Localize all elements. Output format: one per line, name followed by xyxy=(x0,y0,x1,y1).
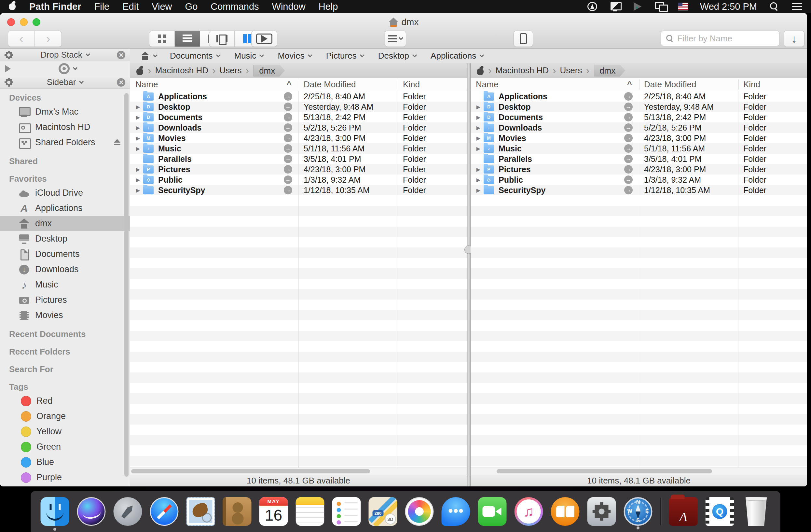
open-arrow-icon[interactable]: → xyxy=(624,103,633,111)
file-row-movies[interactable]: ▶ M Movies → 4/23/18, 3:00 PM Folder xyxy=(130,133,467,143)
open-arrow-icon[interactable]: → xyxy=(284,113,292,121)
file-row-parallels[interactable]: ▶ Parallels → 3/5/18, 4:01 PM Folder xyxy=(471,154,807,164)
sidebar-item-downloads[interactable]: Downloads xyxy=(0,262,130,277)
dock-finder[interactable] xyxy=(41,497,69,526)
sidebar-item-yellow[interactable]: Yellow xyxy=(0,424,130,439)
dock-photos[interactable] xyxy=(405,497,434,526)
dock-ibooks[interactable] xyxy=(551,497,580,526)
open-arrow-icon[interactable]: → xyxy=(284,186,292,194)
sidebar-item-applications[interactable]: Applications xyxy=(0,200,130,216)
breadcrumb-users[interactable]: Users xyxy=(560,65,582,76)
dock-itunes[interactable] xyxy=(515,497,543,526)
breadcrumb-dmx[interactable]: dmx xyxy=(594,65,625,77)
disclosure-triangle-icon[interactable]: ▶ xyxy=(474,166,483,172)
sidebar-item-icloud-drive[interactable]: iCloud Drive xyxy=(0,185,130,200)
menu-window[interactable]: Window xyxy=(272,1,306,12)
breadcrumb-dmx[interactable]: dmx xyxy=(254,65,285,77)
file-row-music[interactable]: ▶ ♪ Music → 5/1/18, 11:56 AM Folder xyxy=(130,143,467,154)
file-row-pictures[interactable]: ▶ P Pictures → 4/23/18, 3:00 PM Folder xyxy=(130,164,467,174)
folder-bar-pictures[interactable]: Pictures xyxy=(326,51,364,61)
dock-mail[interactable] xyxy=(186,497,215,526)
icon-view-button[interactable] xyxy=(149,31,175,47)
breadcrumb-macintosh-hd[interactable]: Macintosh HD xyxy=(155,65,208,76)
sidebar-item-desktop[interactable]: Desktop xyxy=(0,231,130,246)
disclosure-triangle-icon[interactable]: ▶ xyxy=(134,187,142,193)
play-icon[interactable] xyxy=(5,65,11,72)
column-header-name[interactable]: Name ^ xyxy=(130,79,299,90)
sidebar-item-macintosh-hd[interactable]: Macintosh HD xyxy=(0,120,130,135)
scrollbar-thumb[interactable] xyxy=(131,469,370,473)
disclosure-triangle-icon[interactable]: ▶ xyxy=(134,104,142,110)
file-row-securityspy[interactable]: ▶ SecuritySpy → 1/12/18, 10:35 AM Folder xyxy=(471,185,807,195)
coverflow-view-button[interactable] xyxy=(209,31,235,47)
folder-bar-documents[interactable]: Documents xyxy=(170,51,220,61)
dock-notes[interactable] xyxy=(296,497,324,526)
sidebar-item-red[interactable]: Red xyxy=(0,393,130,409)
disclosure-triangle-icon[interactable]: ▶ xyxy=(134,166,142,172)
sidebar-item-dmx-s-mac[interactable]: Dmx’s Mac xyxy=(0,104,130,120)
horizontal-scrollbar[interactable] xyxy=(471,468,807,475)
open-arrow-icon[interactable]: → xyxy=(624,155,633,163)
dock-acrobat[interactable] xyxy=(669,497,698,526)
drop-stack-zone[interactable] xyxy=(0,61,130,76)
apple-icon[interactable] xyxy=(136,66,144,75)
view-options-button[interactable] xyxy=(385,31,406,47)
disclosure-triangle-icon[interactable]: ▶ xyxy=(134,135,142,141)
app-menu-path-finder[interactable]: Path Finder xyxy=(29,1,81,12)
open-arrow-icon[interactable]: → xyxy=(284,155,292,163)
open-arrow-icon[interactable]: → xyxy=(624,165,633,173)
sidebar-item-movies[interactable]: Movies xyxy=(0,308,130,323)
disclosure-triangle-icon[interactable]: ▶ xyxy=(134,146,142,152)
download-button[interactable]: ↓ xyxy=(784,31,804,47)
sidebar-item-blue[interactable]: Blue xyxy=(0,455,130,470)
open-arrow-icon[interactable]: → xyxy=(624,176,633,184)
open-arrow-icon[interactable]: → xyxy=(284,134,292,142)
disclosure-triangle-icon[interactable]: ▶ xyxy=(474,104,483,110)
column-header-date-modified[interactable]: Date Modified xyxy=(299,79,398,90)
close-panel-icon[interactable] xyxy=(117,78,125,87)
sidebar-scrollbar[interactable] xyxy=(124,93,128,477)
sidebar-item-music[interactable]: Music xyxy=(0,277,130,292)
dock-launchpad[interactable] xyxy=(113,497,142,526)
compass-status-icon[interactable] xyxy=(587,1,598,12)
disclosure-triangle-icon[interactable]: ▶ xyxy=(474,114,483,120)
folder-bar-desktop[interactable]: Desktop xyxy=(378,51,416,61)
dock-calendar[interactable]: MAY 16 xyxy=(259,497,288,526)
open-arrow-icon[interactable]: → xyxy=(624,144,633,153)
file-row-desktop[interactable]: ▶ D Desktop → Yesterday, 9:48 AM Folder xyxy=(130,102,467,112)
disclosure-triangle-icon[interactable]: ▶ xyxy=(474,177,483,183)
close-panel-icon[interactable] xyxy=(117,51,125,59)
open-arrow-icon[interactable]: → xyxy=(624,186,633,194)
file-row-pictures[interactable]: ▶ P Pictures → 4/23/18, 3:00 PM Folder xyxy=(471,164,807,174)
sidebar-item-shared-folders[interactable]: Shared Folders xyxy=(0,135,130,150)
disclosure-triangle-icon[interactable]: ▶ xyxy=(134,177,142,183)
open-arrow-icon[interactable]: → xyxy=(284,165,292,173)
file-row-public[interactable]: ▶ ◇ Public → 1/3/18, 9:32 AM Folder xyxy=(130,174,467,185)
file-row-music[interactable]: ▶ ♪ Music → 5/1/18, 11:56 AM Folder xyxy=(471,143,807,154)
file-row-applications[interactable]: ▶ A Applications → 2/25/18, 8:40 AM Fold… xyxy=(471,91,807,102)
eject-icon[interactable] xyxy=(113,139,121,146)
folder-bar-home[interactable] xyxy=(141,52,157,60)
disclosure-triangle-icon[interactable]: ▶ xyxy=(474,135,483,141)
menu-view[interactable]: View xyxy=(152,1,172,12)
dock-facetime[interactable] xyxy=(478,497,507,526)
open-arrow-icon[interactable]: → xyxy=(284,144,292,153)
file-row-securityspy[interactable]: ▶ SecuritySpy → 1/12/18, 10:35 AM Folder xyxy=(130,185,467,195)
sidebar-item-gray[interactable]: Gray xyxy=(0,485,130,486)
mirroring-status-icon[interactable] xyxy=(655,1,666,12)
menu-commands[interactable]: Commands xyxy=(211,1,259,12)
open-arrow-icon[interactable]: → xyxy=(624,113,633,121)
spotlight-icon[interactable] xyxy=(769,1,780,12)
sidebar-item-green[interactable]: Green xyxy=(0,439,130,455)
file-row-downloads[interactable]: ▶ ↓ Downloads → 5/2/18, 5:26 PM Folder xyxy=(471,122,807,133)
apple-menu[interactable] xyxy=(9,1,16,12)
scrollbar-thumb[interactable] xyxy=(496,469,712,473)
file-row-parallels[interactable]: ▶ Parallels → 3/5/18, 4:01 PM Folder xyxy=(130,154,467,164)
menu-file[interactable]: File xyxy=(94,1,110,12)
horizontal-scrollbar[interactable] xyxy=(130,468,467,475)
column-header-kind[interactable]: Kind xyxy=(738,79,807,90)
dock-maps[interactable]: 280 3D xyxy=(369,497,397,526)
open-arrow-icon[interactable]: → xyxy=(284,176,292,184)
apple-icon[interactable] xyxy=(476,66,484,75)
sidebar-item-orange[interactable]: Orange xyxy=(0,409,130,424)
